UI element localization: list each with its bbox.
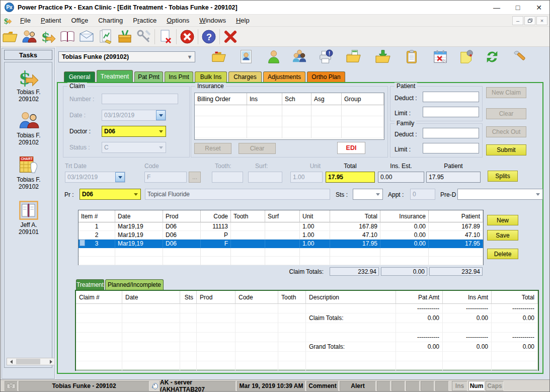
tab-charges[interactable]: Charges <box>228 71 262 82</box>
pred-combo[interactable] <box>457 189 543 200</box>
claim-total-value: 232.94 <box>461 268 480 275</box>
patient-deduct-field[interactable] <box>423 92 479 102</box>
claim-items-table[interactable]: Item # Date Prod Code Tooth Surf Unit To… <box>78 210 484 265</box>
tab-general[interactable]: General <box>64 71 95 82</box>
mdi-close-button[interactable]: × <box>536 16 547 25</box>
tab-adjustments[interactable]: Adjustments <box>263 71 305 82</box>
claim-doctor-combo[interactable]: D06 <box>102 126 166 137</box>
family-deduct-field[interactable] <box>423 128 479 138</box>
open-folder-icon[interactable] <box>1 28 20 45</box>
scroll-thumb[interactable] <box>16 359 40 364</box>
chevron-down-icon <box>156 110 166 120</box>
family-icon[interactable] <box>291 49 307 65</box>
settings-wrench-icon[interactable] <box>512 49 528 65</box>
submit-button[interactable]: Submit <box>486 144 526 155</box>
supplies-icon[interactable] <box>115 28 134 45</box>
mail-icon[interactable] <box>77 28 96 45</box>
tab-history-treatment[interactable]: Treatment <box>76 279 104 290</box>
claim-status-label: Status : <box>69 144 90 151</box>
new-claim-label: New Claim <box>492 89 521 96</box>
cell <box>76 313 122 323</box>
status-blank <box>391 381 405 391</box>
cell <box>282 105 311 116</box>
maximize-button[interactable]: □ <box>507 1 528 14</box>
mdi-system-icon[interactable]: $ <box>3 16 12 25</box>
menu-help[interactable]: Help <box>231 15 255 27</box>
delete-item-button[interactable]: Delete <box>487 249 518 259</box>
splits-button[interactable]: Splits <box>488 171 518 182</box>
svg-text:?: ? <box>206 32 212 42</box>
menu-practice[interactable]: Practice <box>128 15 162 27</box>
family-limit-field[interactable] <box>423 143 479 153</box>
scroll-right-icon[interactable] <box>46 358 54 365</box>
refresh-icon[interactable] <box>484 49 500 65</box>
cancel-icon[interactable] <box>178 28 197 45</box>
appt-label: Appt : <box>388 191 404 198</box>
treatment-history-table[interactable]: Claim # Date Sts Prod Code Tooth Descrip… <box>75 290 539 371</box>
ledger-icon[interactable] <box>58 28 77 45</box>
tab-bulk-ins[interactable]: Bulk Ins <box>195 71 227 82</box>
cancel-appointment-icon[interactable] <box>432 49 448 65</box>
task-item-ledger[interactable]: Jeff A. 209101 <box>5 199 53 236</box>
close-button[interactable]: ✕ <box>528 1 549 14</box>
note-icon[interactable] <box>458 49 475 65</box>
save-item-button[interactable]: Save <box>487 230 518 241</box>
table-row-selected[interactable]: 3 Mar19,19 D06 F 1.00 17.95 0.00 17.95 <box>78 240 483 248</box>
pr-combo[interactable]: D06 <box>80 189 141 200</box>
cell <box>180 352 197 361</box>
tools-icon[interactable] <box>134 28 153 45</box>
new-item-button[interactable]: New <box>487 215 518 225</box>
cell-surf <box>265 231 300 240</box>
patients-icon[interactable] <box>20 28 39 45</box>
reports-icon[interactable] <box>96 28 115 45</box>
patient-selector[interactable]: Tobias Funke (209102) ▼ <box>58 51 195 62</box>
menu-file[interactable]: File <box>15 15 36 27</box>
total-field[interactable]: 17.95 <box>326 172 375 183</box>
mdi-restore-button[interactable] <box>524 16 535 25</box>
minimize-button[interactable]: — <box>486 1 507 14</box>
patient-selector-value: Tobias Funke (209102) <box>59 53 185 60</box>
print-icon[interactable]: ! <box>318 49 334 65</box>
sts-combo[interactable] <box>353 189 383 200</box>
caps-indicator: Caps <box>486 381 504 391</box>
help-icon[interactable]: ? <box>199 28 218 45</box>
documents-folder-icon[interactable] <box>346 49 362 65</box>
tab-pat-pmt[interactable]: Pat Pmt <box>134 71 163 82</box>
cell <box>380 257 429 265</box>
table-row[interactable]: 1 Mar19,19 D06 11113 1.00 167.89 0.00 16… <box>78 222 483 231</box>
menu-windows[interactable]: Windows <box>194 15 231 27</box>
insurance-table[interactable]: Billing Order Ins Sch Asg Group <box>194 93 384 140</box>
table-row-dashes: ----------- ----------- ----------- <box>76 304 538 313</box>
alert-button[interactable]: Alert <box>340 381 376 391</box>
status-blank <box>435 381 449 391</box>
tasks-scrollbar[interactable] <box>7 358 55 365</box>
import-folder-icon[interactable] <box>375 49 391 65</box>
task-item-payment[interactable]: $ Tobias F. 209102 <box>5 66 53 103</box>
tab-ins-pmt[interactable]: Ins Pmt <box>165 71 193 82</box>
menu-options[interactable]: Options <box>162 15 194 27</box>
menu-office[interactable]: Office <box>66 15 93 27</box>
open-patient-folder-icon[interactable] <box>211 49 227 65</box>
ins-label: Ins <box>455 382 464 389</box>
tab-treatment[interactable]: Treatment <box>97 70 133 82</box>
payment-task-icon: $ <box>5 66 53 89</box>
remove-document-icon[interactable] <box>156 28 175 45</box>
tab-planned-incomplete[interactable]: Planned/Incomplete <box>105 279 164 290</box>
task-item-family[interactable]: Tobias F. 209102 <box>5 110 53 146</box>
mdi-minimize-button[interactable]: – <box>512 16 523 25</box>
exit-icon[interactable] <box>221 28 240 45</box>
clipboard-icon[interactable] <box>404 49 420 65</box>
comment-button[interactable]: Comment <box>306 381 339 391</box>
menu-charting[interactable]: Charting <box>93 15 128 27</box>
patient-photo-icon[interactable] <box>238 49 254 65</box>
table-row[interactable]: 2 Mar19,19 D06 P 1.00 47.10 0.00 47.10 <box>78 231 483 240</box>
patient-icon[interactable] <box>266 49 282 65</box>
menu-patient[interactable]: Patient <box>36 15 66 27</box>
task-item-chart[interactable]: CHART Tobias F. 209102 <box>5 154 53 190</box>
payments-icon[interactable]: $ <box>39 28 58 45</box>
scroll-left-icon[interactable] <box>7 358 15 365</box>
patient-limit-field[interactable] <box>423 107 479 117</box>
tab-ortho-plan[interactable]: Ortho Plan <box>307 71 345 82</box>
task-label: 209102 <box>5 96 53 103</box>
cell-insurance: 0.00 <box>380 222 429 231</box>
